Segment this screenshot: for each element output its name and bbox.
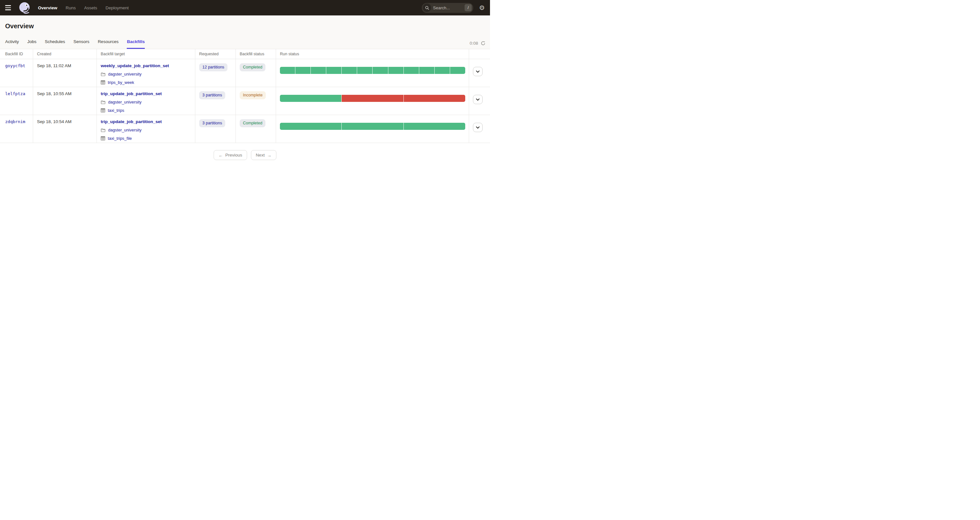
created-timestamp: Sep 18, 10:54 AM (37, 119, 72, 124)
table-row: zdqbrnimSep 18, 10:54 AMtrip_update_job_… (0, 115, 490, 143)
run-segment-success[interactable] (357, 67, 372, 74)
table-grid-icon (101, 80, 105, 84)
run-segment-success[interactable] (404, 67, 419, 74)
backfill-id-link[interactable]: zdqbrnim (5, 119, 25, 124)
folder-icon (101, 128, 105, 132)
requested-partitions-badge: 3 partitions (199, 91, 225, 99)
column-header-backfill-status: Backfill status (236, 49, 276, 59)
chevron-down-icon (476, 126, 480, 129)
run-segment-success[interactable] (280, 67, 295, 74)
run-segment-success[interactable] (295, 67, 310, 74)
tag-link[interactable]: dagster_university (108, 128, 142, 132)
run-status-bar (280, 123, 465, 130)
tag-link[interactable]: dagster_university (108, 100, 142, 105)
backfills-table: Backfill ID Created Backfill target Requ… (0, 49, 490, 143)
nav-item-overview[interactable]: Overview (38, 5, 57, 10)
backfill-id-link[interactable]: goyycfbt (5, 63, 25, 68)
row-actions-dropdown-button[interactable] (473, 95, 483, 104)
run-segment-success[interactable] (342, 67, 357, 74)
tab-backfills[interactable]: Backfills (127, 39, 145, 49)
tab-activity[interactable]: Activity (5, 39, 19, 49)
table-grid-icon (101, 136, 105, 140)
menu-icon[interactable] (5, 3, 14, 12)
chevron-down-icon (476, 70, 480, 73)
next-page-button[interactable]: Next → (251, 150, 276, 160)
page-title: Overview (0, 16, 490, 30)
backfill-target-link[interactable]: weekly_update_job_partition_set (101, 63, 169, 68)
folder-icon (101, 72, 105, 76)
run-segment-success[interactable] (435, 67, 450, 74)
search-input[interactable] (433, 5, 460, 10)
column-header-actions (469, 49, 490, 59)
page-header: Overview Activity Jobs Schedules Sensors… (0, 16, 490, 49)
run-segment-success[interactable] (326, 67, 341, 74)
run-segment-success[interactable] (419, 67, 434, 74)
column-header-backfill-target: Backfill target (97, 49, 195, 59)
previous-page-button[interactable]: ← Previous (214, 150, 247, 160)
search-shortcut-key: / (465, 4, 472, 11)
tab-jobs[interactable]: Jobs (27, 39, 37, 49)
refresh-timer: 0:08 (470, 41, 478, 46)
run-segment-success[interactable] (342, 123, 403, 130)
dagster-logo-icon[interactable] (18, 1, 31, 14)
run-segment-failure[interactable] (404, 95, 465, 102)
column-header-backfill-id: Backfill ID (0, 49, 33, 59)
search-icon (423, 3, 431, 12)
arrow-right-icon: → (267, 153, 272, 158)
pagination: ← Previous Next → (0, 150, 490, 160)
table-row: goyycfbtSep 18, 11:02 AMweekly_update_jo… (0, 59, 490, 87)
requested-partitions-badge: 12 partitions (199, 63, 228, 71)
run-segment-success[interactable] (280, 123, 341, 130)
backfill-id-link[interactable]: lelfptza (5, 91, 25, 96)
tab-sensors[interactable]: Sensors (73, 39, 89, 49)
column-header-created: Created (33, 49, 97, 59)
run-segment-failure[interactable] (342, 95, 403, 102)
backfill-target-link[interactable]: trip_update_job_partition_set (101, 91, 162, 96)
nav-item-deployment[interactable]: Deployment (105, 5, 129, 10)
run-segment-success[interactable] (311, 67, 326, 74)
column-header-requested: Requested (195, 49, 236, 59)
backfill-status-badge: Completed (240, 119, 266, 127)
arrow-left-icon: ← (218, 153, 223, 158)
table-row: lelfptzaSep 18, 10:55 AMtrip_update_job_… (0, 87, 490, 115)
tag-link[interactable]: dagster_university (108, 72, 142, 76)
tag-link[interactable]: taxi_trips (108, 108, 124, 113)
tab-resources[interactable]: Resources (98, 39, 119, 49)
requested-partitions-badge: 3 partitions (199, 119, 225, 127)
table-header-row: Backfill ID Created Backfill target Requ… (0, 49, 490, 59)
backfill-status-badge: Completed (240, 63, 266, 71)
top-navigation-bar: Overview Runs Assets Deployment / ⚙ (0, 0, 490, 16)
run-status-bar (280, 67, 465, 74)
nav-links: Overview Runs Assets Deployment (38, 5, 129, 10)
table-grid-icon (101, 108, 105, 113)
nav-item-assets[interactable]: Assets (84, 5, 97, 10)
nav-item-runs[interactable]: Runs (66, 5, 76, 10)
row-actions-dropdown-button[interactable] (473, 123, 483, 132)
settings-gear-icon[interactable]: ⚙ (479, 5, 485, 11)
tag-link[interactable]: taxi_trips_file (108, 136, 132, 141)
run-segment-success[interactable] (372, 67, 388, 74)
tab-schedules[interactable]: Schedules (45, 39, 65, 49)
run-segment-success[interactable] (450, 67, 465, 74)
backfill-target-link[interactable]: trip_update_job_partition_set (101, 119, 162, 124)
created-timestamp: Sep 18, 10:55 AM (37, 91, 72, 96)
column-header-run-status: Run status (276, 49, 469, 59)
row-actions-dropdown-button[interactable] (473, 67, 483, 76)
run-segment-success[interactable] (388, 67, 404, 74)
search-box[interactable]: / (422, 3, 473, 13)
folder-icon (101, 100, 105, 105)
run-segment-success[interactable] (280, 95, 341, 102)
tab-bar: Activity Jobs Schedules Sensors Resource… (5, 39, 145, 49)
chevron-down-icon (476, 98, 480, 101)
run-status-bar (280, 95, 465, 102)
tag-link[interactable]: trips_by_week (108, 80, 134, 85)
refresh-icon[interactable] (480, 41, 485, 46)
run-segment-success[interactable] (404, 123, 465, 130)
created-timestamp: Sep 18, 11:02 AM (37, 63, 71, 68)
backfill-status-badge: Incomplete (240, 91, 266, 99)
